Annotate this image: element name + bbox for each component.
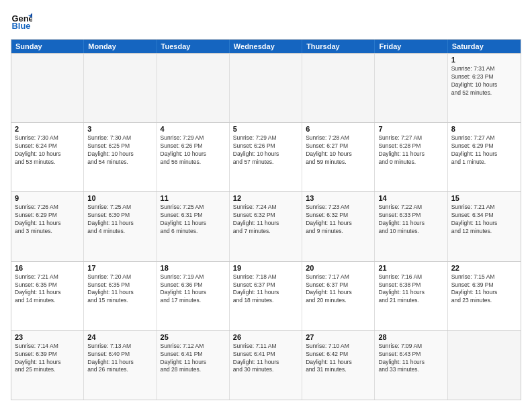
day-number: 1: [451, 56, 517, 64]
empty-cell: [11, 54, 84, 122]
day-cell-4: 4Sunrise: 7:29 AM Sunset: 6:26 PM Daylig…: [157, 123, 230, 191]
day-cell-19: 19Sunrise: 7:18 AM Sunset: 6:37 PM Dayli…: [230, 262, 302, 330]
day-number: 25: [161, 333, 226, 341]
header-day-monday: Monday: [84, 40, 157, 53]
calendar-week-1: 1Sunrise: 7:31 AM Sunset: 6:23 PM Daylig…: [11, 53, 521, 122]
day-cell-24: 24Sunrise: 7:13 AM Sunset: 6:40 PM Dayli…: [84, 331, 157, 400]
calendar-body: 1Sunrise: 7:31 AM Sunset: 6:23 PM Daylig…: [11, 53, 521, 400]
day-number: 16: [15, 264, 80, 272]
day-number: 28: [378, 333, 443, 341]
day-cell-17: 17Sunrise: 7:20 AM Sunset: 6:35 PM Dayli…: [84, 262, 157, 330]
empty-cell: [375, 54, 447, 122]
day-number: 6: [306, 125, 371, 133]
day-cell-3: 3Sunrise: 7:30 AM Sunset: 6:25 PM Daylig…: [84, 123, 157, 191]
day-info: Sunrise: 7:25 AM Sunset: 6:31 PM Dayligh…: [161, 203, 226, 236]
day-info: Sunrise: 7:21 AM Sunset: 6:35 PM Dayligh…: [15, 273, 80, 306]
day-cell-22: 22Sunrise: 7:15 AM Sunset: 6:39 PM Dayli…: [448, 262, 521, 330]
day-number: 7: [378, 125, 443, 133]
day-info: Sunrise: 7:12 AM Sunset: 6:41 PM Dayligh…: [161, 342, 226, 375]
day-cell-20: 20Sunrise: 7:17 AM Sunset: 6:37 PM Dayli…: [302, 262, 375, 330]
day-cell-25: 25Sunrise: 7:12 AM Sunset: 6:41 PM Dayli…: [157, 331, 230, 400]
header-day-friday: Friday: [375, 40, 447, 53]
day-cell-10: 10Sunrise: 7:25 AM Sunset: 6:30 PM Dayli…: [84, 192, 157, 261]
day-info: Sunrise: 7:29 AM Sunset: 6:26 PM Dayligh…: [233, 134, 298, 167]
day-cell-11: 11Sunrise: 7:25 AM Sunset: 6:31 PM Dayli…: [157, 192, 230, 261]
calendar-week-5: 23Sunrise: 7:14 AM Sunset: 6:39 PM Dayli…: [11, 330, 521, 400]
day-number: 4: [161, 125, 226, 133]
day-number: 13: [306, 194, 371, 202]
day-number: 10: [87, 194, 152, 202]
day-cell-9: 9Sunrise: 7:26 AM Sunset: 6:29 PM Daylig…: [11, 192, 84, 261]
calendar-week-2: 2Sunrise: 7:30 AM Sunset: 6:24 PM Daylig…: [11, 122, 521, 191]
day-info: Sunrise: 7:14 AM Sunset: 6:39 PM Dayligh…: [15, 342, 80, 375]
day-number: 27: [306, 333, 371, 341]
calendar-header: SundayMondayTuesdayWednesdayThursdayFrid…: [11, 40, 521, 53]
day-info: Sunrise: 7:24 AM Sunset: 6:32 PM Dayligh…: [233, 203, 298, 236]
day-number: 18: [161, 264, 226, 272]
day-info: Sunrise: 7:13 AM Sunset: 6:40 PM Dayligh…: [87, 342, 152, 375]
day-info: Sunrise: 7:17 AM Sunset: 6:37 PM Dayligh…: [306, 273, 371, 306]
day-cell-15: 15Sunrise: 7:21 AM Sunset: 6:34 PM Dayli…: [448, 192, 521, 261]
day-info: Sunrise: 7:22 AM Sunset: 6:33 PM Dayligh…: [378, 203, 443, 236]
day-number: 11: [161, 194, 226, 202]
day-info: Sunrise: 7:30 AM Sunset: 6:24 PM Dayligh…: [15, 134, 80, 167]
day-info: Sunrise: 7:10 AM Sunset: 6:42 PM Dayligh…: [306, 342, 371, 375]
day-info: Sunrise: 7:20 AM Sunset: 6:35 PM Dayligh…: [87, 273, 152, 306]
day-cell-28: 28Sunrise: 7:09 AM Sunset: 6:43 PM Dayli…: [375, 331, 447, 400]
day-info: Sunrise: 7:29 AM Sunset: 6:26 PM Dayligh…: [161, 134, 226, 167]
day-info: Sunrise: 7:15 AM Sunset: 6:39 PM Dayligh…: [451, 273, 517, 306]
header-day-saturday: Saturday: [448, 40, 521, 53]
day-info: Sunrise: 7:25 AM Sunset: 6:30 PM Dayligh…: [87, 203, 152, 236]
day-cell-5: 5Sunrise: 7:29 AM Sunset: 6:26 PM Daylig…: [230, 123, 302, 191]
day-number: 20: [306, 264, 371, 272]
day-number: 9: [15, 194, 80, 202]
day-info: Sunrise: 7:27 AM Sunset: 6:29 PM Dayligh…: [451, 134, 517, 167]
day-number: 23: [15, 333, 80, 341]
page: General Blue SundayMondayTuesdayWednesda…: [0, 0, 532, 411]
day-info: Sunrise: 7:18 AM Sunset: 6:37 PM Dayligh…: [233, 273, 298, 306]
header-day-wednesday: Wednesday: [230, 40, 302, 53]
day-info: Sunrise: 7:21 AM Sunset: 6:34 PM Dayligh…: [451, 203, 517, 236]
day-cell-12: 12Sunrise: 7:24 AM Sunset: 6:32 PM Dayli…: [230, 192, 302, 261]
day-number: 21: [378, 264, 443, 272]
empty-cell: [84, 54, 157, 122]
day-cell-6: 6Sunrise: 7:28 AM Sunset: 6:27 PM Daylig…: [302, 123, 375, 191]
day-cell-27: 27Sunrise: 7:10 AM Sunset: 6:42 PM Dayli…: [302, 331, 375, 400]
header-day-tuesday: Tuesday: [157, 40, 230, 53]
day-cell-2: 2Sunrise: 7:30 AM Sunset: 6:24 PM Daylig…: [11, 123, 84, 191]
day-cell-14: 14Sunrise: 7:22 AM Sunset: 6:33 PM Dayli…: [375, 192, 447, 261]
day-number: 26: [233, 333, 298, 341]
empty-cell: [157, 54, 230, 122]
day-info: Sunrise: 7:09 AM Sunset: 6:43 PM Dayligh…: [378, 342, 443, 375]
day-number: 15: [451, 194, 517, 202]
day-info: Sunrise: 7:19 AM Sunset: 6:36 PM Dayligh…: [161, 273, 226, 306]
day-number: 3: [87, 125, 152, 133]
day-cell-18: 18Sunrise: 7:19 AM Sunset: 6:36 PM Dayli…: [157, 262, 230, 330]
calendar-week-4: 16Sunrise: 7:21 AM Sunset: 6:35 PM Dayli…: [11, 261, 521, 330]
day-cell-7: 7Sunrise: 7:27 AM Sunset: 6:28 PM Daylig…: [375, 123, 447, 191]
calendar: SundayMondayTuesdayWednesdayThursdayFrid…: [11, 39, 521, 400]
day-info: Sunrise: 7:30 AM Sunset: 6:25 PM Dayligh…: [87, 134, 152, 167]
header: General Blue: [11, 11, 521, 32]
logo-icon: General Blue: [11, 11, 32, 32]
day-info: Sunrise: 7:28 AM Sunset: 6:27 PM Dayligh…: [306, 134, 371, 167]
day-cell-16: 16Sunrise: 7:21 AM Sunset: 6:35 PM Dayli…: [11, 262, 84, 330]
day-number: 5: [233, 125, 298, 133]
day-number: 22: [451, 264, 517, 272]
day-info: Sunrise: 7:26 AM Sunset: 6:29 PM Dayligh…: [15, 203, 80, 236]
logo: General Blue: [11, 11, 35, 32]
svg-text:Blue: Blue: [12, 21, 31, 31]
day-info: Sunrise: 7:16 AM Sunset: 6:38 PM Dayligh…: [378, 273, 443, 306]
day-number: 14: [378, 194, 443, 202]
day-number: 24: [87, 333, 152, 341]
day-cell-26: 26Sunrise: 7:11 AM Sunset: 6:41 PM Dayli…: [230, 331, 302, 400]
day-number: 19: [233, 264, 298, 272]
day-cell-21: 21Sunrise: 7:16 AM Sunset: 6:38 PM Dayli…: [375, 262, 447, 330]
empty-cell: [302, 54, 375, 122]
day-cell-13: 13Sunrise: 7:23 AM Sunset: 6:32 PM Dayli…: [302, 192, 375, 261]
day-number: 12: [233, 194, 298, 202]
day-number: 8: [451, 125, 517, 133]
day-info: Sunrise: 7:23 AM Sunset: 6:32 PM Dayligh…: [306, 203, 371, 236]
day-number: 2: [15, 125, 80, 133]
empty-cell: [230, 54, 302, 122]
